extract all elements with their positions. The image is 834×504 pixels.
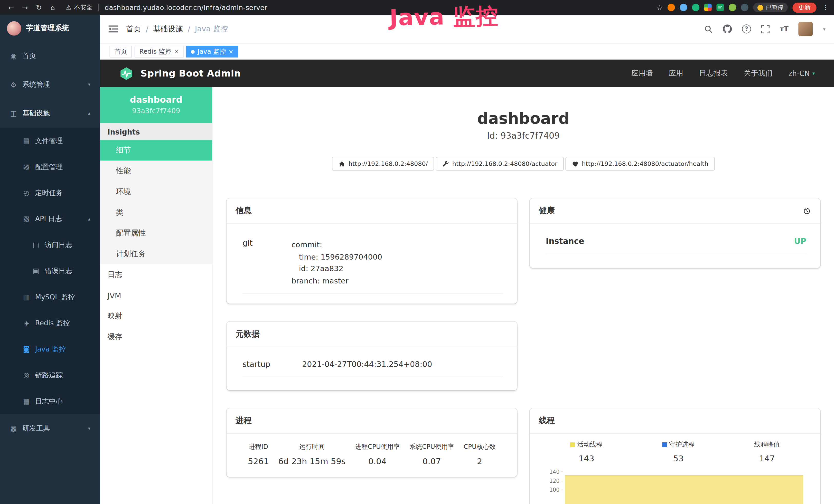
file-icon: ▤ xyxy=(22,137,30,144)
sidebar-item-redis-monitor[interactable]: ◈ Redis 监控 xyxy=(0,310,100,336)
paused-badge[interactable]: 已暂停 xyxy=(753,3,788,12)
chevron-down-icon: ▾ xyxy=(823,26,825,32)
screen: ← → ↻ ⌂ ⚠ 不安全 dashboard.yudao.iocoder.cn… xyxy=(0,0,834,504)
chevron-up-icon: ▴ xyxy=(88,216,90,222)
extension-icon[interactable] xyxy=(667,4,675,11)
sba-item-environment[interactable]: 环境 xyxy=(100,181,212,202)
status-badge: UP xyxy=(794,237,806,246)
breadcrumb: 首页 / 基础设施 / Java 监控 xyxy=(126,24,228,33)
back-icon[interactable]: ← xyxy=(5,3,17,11)
extension-on-icon[interactable]: on xyxy=(716,4,724,11)
service-url-link[interactable]: http://192.168.0.2:48080/ xyxy=(332,157,434,171)
chevron-up-icon: ▴ xyxy=(88,111,90,116)
instance-header: dashboard 93a3fc7f7409 xyxy=(100,87,212,123)
extension-icon[interactable] xyxy=(692,4,699,11)
history-icon[interactable] xyxy=(803,207,811,215)
smiley-icon xyxy=(758,5,763,10)
search-icon[interactable] xyxy=(704,25,713,33)
sba-item-metrics[interactable]: 性能 xyxy=(100,160,212,181)
logo-avatar xyxy=(7,21,21,36)
sba-item-jvm[interactable]: JVM xyxy=(100,285,212,306)
fullscreen-icon[interactable] xyxy=(761,25,770,33)
sidebar-item-system[interactable]: ⚙ 系统管理 ▾ xyxy=(0,70,100,99)
breadcrumb-current: Java 监控 xyxy=(195,24,228,33)
sba-nav-about[interactable]: 关于我们 xyxy=(744,69,773,78)
home-icon[interactable]: ⌂ xyxy=(47,3,59,11)
extension-icon[interactable] xyxy=(680,4,687,11)
info-card: 信息 git commit: time: 1596289704000 id: 2… xyxy=(226,198,517,303)
wrench-icon xyxy=(442,160,449,167)
sidebar-item-infrastructure[interactable]: ◫ 基础设施 ▴ xyxy=(0,99,100,128)
forward-icon[interactable]: → xyxy=(19,3,31,11)
extension-icon[interactable] xyxy=(729,4,736,11)
health-url-link[interactable]: http://192.168.0.2:48080/actuator/health xyxy=(565,157,715,171)
doc-icon: ▣ xyxy=(32,267,40,275)
actuator-url-link[interactable]: http://192.168.0.2:48080/actuator xyxy=(436,157,564,171)
browser-toolbar: ← → ↻ ⌂ ⚠ 不安全 dashboard.yudao.iocoder.cn… xyxy=(0,0,834,15)
user-avatar[interactable] xyxy=(798,22,813,36)
sba-nav-applications[interactable]: 应用 xyxy=(669,69,683,78)
sidebar-item-dev-tools[interactable]: ▩ 研发工具 ▾ xyxy=(0,414,100,443)
sba-item-mappings[interactable]: 映射 xyxy=(100,306,212,327)
tools-icon: ▩ xyxy=(9,425,18,433)
sidebar-item-file-management[interactable]: ▤ 文件管理 xyxy=(0,128,100,154)
github-icon[interactable] xyxy=(723,24,732,33)
breadcrumb-home[interactable]: 首页 xyxy=(126,24,141,33)
legend-peak-threads: 线程峰值 147 xyxy=(754,440,780,463)
extension-icon[interactable] xyxy=(704,4,712,11)
sidebar-item-home[interactable]: ◉ 首页 xyxy=(0,42,100,70)
sba-brand[interactable]: Spring Boot Admin xyxy=(140,68,241,78)
sba-item-logs[interactable]: 日志 xyxy=(100,264,212,285)
breadcrumb-infrastructure[interactable]: 基础设施 xyxy=(153,24,183,33)
chevron-down-icon: ▾ xyxy=(812,71,815,76)
sidebar-item-java-monitor[interactable]: ◙ Java 监控 xyxy=(0,336,100,362)
info-git-row: git commit: time: 1596289704000 id: 27aa… xyxy=(242,239,503,294)
sidebar-item-mysql-monitor[interactable]: ▥ MySQL 监控 xyxy=(0,284,100,310)
sba-item-details[interactable]: 细节 xyxy=(100,140,212,161)
tab-home[interactable]: 首页 xyxy=(110,46,132,58)
chevron-down-icon: ▾ xyxy=(88,82,90,87)
sba-item-caches[interactable]: 缓存 xyxy=(100,326,212,347)
sba-item-config-props[interactable]: 配置属性 xyxy=(100,223,212,244)
metadata-card: 元数据 startup 2021-04-27T00:44:31.254+08:0… xyxy=(226,321,517,390)
tab-java-monitor[interactable]: Java 监控 × xyxy=(186,46,238,58)
sidebar-item-log-center[interactable]: ▦ 日志中心 xyxy=(0,388,100,414)
live-threads-area xyxy=(565,475,803,504)
tab-redis-monitor[interactable]: Redis 监控 × xyxy=(135,46,184,58)
address-bar[interactable]: dashboard.yudao.iocoder.cn/infra/admin-s… xyxy=(105,3,267,11)
collapse-sidebar-icon[interactable] xyxy=(108,25,118,33)
doc-icon: ▢ xyxy=(32,241,40,249)
security-warning[interactable]: ⚠ 不安全 xyxy=(66,3,92,11)
app-logo[interactable]: 芋道管理系统 xyxy=(0,15,100,42)
browser-menu-icon[interactable]: ⋮ xyxy=(822,4,829,11)
process-cpu: 进程CPU使用率 0.04 xyxy=(355,442,400,466)
gear-icon: ⚙ xyxy=(9,81,18,89)
sidebar-item-api-logs[interactable]: ▧ API 日志 ▴ xyxy=(0,206,100,232)
close-icon[interactable]: × xyxy=(174,48,179,55)
sba-nav-wallboard[interactable]: 应用墙 xyxy=(631,69,653,78)
sidebar-item-config-management[interactable]: ▨ 配置管理 xyxy=(0,154,100,180)
java-icon: ◙ xyxy=(22,345,30,353)
sba-item-scheduled-tasks[interactable]: 计划任务 xyxy=(100,244,212,264)
instance-title: dashboard xyxy=(213,110,834,128)
update-button[interactable]: 更新 xyxy=(792,2,816,12)
instance-id: Id: 93a3fc7f7409 xyxy=(213,131,834,141)
sidebar-item-error-logs[interactable]: ▣ 错误日志 xyxy=(0,258,100,284)
sidebar-item-access-logs[interactable]: ▢ 访问日志 xyxy=(0,232,100,258)
sidebar-item-scheduled-tasks[interactable]: ◴ 定时任务 xyxy=(0,180,100,206)
sba-item-classes[interactable]: 类 xyxy=(100,202,212,223)
font-size-icon[interactable]: тT xyxy=(780,25,789,33)
close-icon[interactable]: × xyxy=(228,48,234,55)
language-select[interactable]: zh-CN ▾ xyxy=(789,69,815,77)
sba-nav-journal[interactable]: 日志报表 xyxy=(699,69,728,78)
chevron-down-icon: ▾ xyxy=(88,426,90,431)
infrastructure-icon: ◫ xyxy=(9,109,18,117)
reload-icon[interactable]: ↻ xyxy=(33,3,45,11)
help-icon[interactable]: ? xyxy=(742,24,751,33)
extension-icon[interactable] xyxy=(741,4,748,11)
bookmark-star-icon[interactable]: ☆ xyxy=(657,3,663,11)
threads-card: 线程 活动线程 143 守护进程 xyxy=(530,408,820,504)
home-icon xyxy=(338,160,346,167)
active-dot xyxy=(191,50,195,53)
sidebar-item-trace[interactable]: ◎ 链路追踪 xyxy=(0,362,100,388)
